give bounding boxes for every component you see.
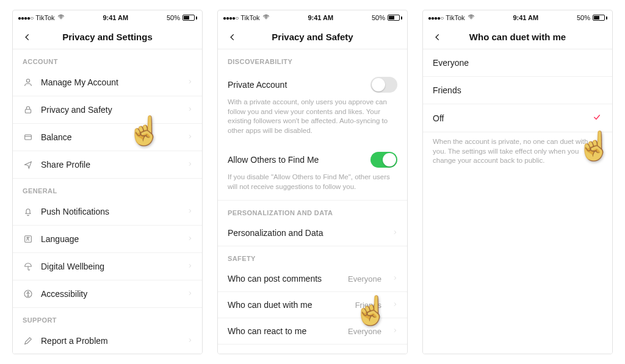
- carrier-label: TikTok: [240, 14, 259, 21]
- option-off[interactable]: Off: [423, 104, 612, 132]
- option-label: Everyone: [433, 58, 469, 68]
- clock: 9:41 AM: [103, 14, 128, 21]
- back-button[interactable]: [429, 29, 446, 46]
- svg-point-0: [26, 79, 29, 82]
- battery-icon: [388, 15, 402, 21]
- umbrella-icon: [23, 261, 34, 272]
- row-label: Balance: [41, 132, 180, 142]
- privacy-list: DISCOVERABILITY Private Account With a p…: [218, 49, 407, 354]
- chevron-right-icon: [187, 160, 192, 170]
- chevron-right-icon: [392, 300, 397, 310]
- row-label: Private Account: [228, 80, 363, 90]
- row-label: Share Profile: [41, 160, 180, 170]
- row-digital-wellbeing[interactable]: Digital Wellbeing: [13, 253, 202, 280]
- chevron-right-icon: [187, 262, 192, 271]
- battery-icon: [593, 15, 607, 21]
- battery-percent: 50%: [167, 14, 180, 21]
- clock: 9:41 AM: [513, 14, 538, 21]
- chevron-right-icon: [392, 326, 397, 336]
- section-header-general: GENERAL: [13, 179, 202, 198]
- person-icon: [23, 77, 34, 88]
- carrier-label: TikTok: [35, 14, 54, 21]
- row-label: Allow Others to Find Me: [228, 155, 363, 165]
- row-who-can-post-comments[interactable]: Who can post comments Everyone: [218, 266, 407, 292]
- row-who-can-duet-with-me[interactable]: Who can duet with me Friends: [218, 292, 407, 318]
- svg-rect-2: [25, 135, 32, 140]
- lock-icon: [23, 104, 34, 115]
- row-who-can-react-to-me[interactable]: Who can react to me Everyone: [218, 318, 407, 344]
- battery-percent: 50%: [577, 14, 590, 21]
- status-bar: ●●●●○ TikTok 9:41 AM 50%: [218, 10, 407, 25]
- row-share-profile[interactable]: Share Profile: [13, 151, 202, 179]
- row-label: Report a Problem: [41, 336, 180, 346]
- accessibility-icon: [23, 288, 34, 299]
- duet-options: Everyone Friends Off When the account is…: [423, 49, 612, 354]
- bell-icon: [23, 206, 34, 217]
- row-label: Accessibility: [41, 289, 180, 299]
- svg-rect-1: [25, 109, 31, 113]
- chevron-right-icon: [187, 207, 192, 216]
- page-title: Privacy and Safety: [272, 32, 353, 42]
- row-language[interactable]: Language: [13, 226, 202, 253]
- signal-dots-icon: ●●●●○: [223, 15, 238, 21]
- chevron-right-icon: [392, 352, 397, 354]
- section-header-safety: SAFETY: [218, 246, 407, 266]
- settings-list: ACCOUNT Manage My Account Privacy and Sa…: [13, 49, 202, 354]
- share-icon: [23, 159, 34, 170]
- carrier-label: TikTok: [446, 14, 464, 21]
- row-label: Who can post comments: [228, 274, 341, 284]
- wifi-icon: [262, 13, 270, 22]
- screen-privacy-and-settings: ●●●●○ TikTok 9:41 AM 50% Privacy and Set…: [12, 10, 203, 354]
- row-value: Friends: [355, 301, 381, 310]
- row-report-a-problem[interactable]: Report a Problem: [13, 327, 202, 354]
- duet-note: When the account is private, no one can …: [423, 132, 612, 173]
- section-header-account: ACCOUNT: [13, 49, 202, 69]
- row-label: Privacy and Safety: [41, 105, 180, 115]
- page-title: Privacy and Settings: [62, 32, 153, 42]
- signal-dots-icon: ●●●●○: [18, 15, 33, 21]
- row-personalization-and-data[interactable]: Personalization and Data: [218, 220, 407, 246]
- row-who-can-send-me-messages[interactable]: Who can send me messages Friends: [218, 344, 407, 354]
- wallet-icon: [23, 132, 34, 143]
- option-label: Off: [433, 113, 444, 123]
- battery-icon: [182, 15, 197, 21]
- toggle-private-account[interactable]: [370, 77, 397, 93]
- option-friends[interactable]: Friends: [423, 77, 612, 104]
- row-label: Manage My Account: [41, 77, 180, 87]
- row-privacy-and-safety[interactable]: Privacy and Safety: [13, 96, 202, 124]
- toggle-allow-others-find-me[interactable]: [370, 152, 397, 168]
- row-label: Digital Wellbeing: [41, 262, 180, 271]
- row-allow-others-find-me: Allow Others to Find Me: [218, 144, 407, 170]
- screen-privacy-and-safety: ●●●●○ TikTok 9:41 AM 50% Privacy and Saf…: [217, 10, 408, 354]
- row-balance[interactable]: Balance: [13, 124, 202, 151]
- page-title: Who can duet with me: [469, 32, 566, 42]
- nav-bar: Who can duet with me: [423, 25, 612, 49]
- checkmark-icon: [591, 113, 602, 123]
- row-label: Personalization and Data: [228, 228, 385, 238]
- row-value: Everyone: [348, 274, 381, 284]
- chevron-right-icon: [187, 289, 192, 299]
- screen-who-can-duet: ●●●●○ TikTok 9:41 AM 50% Who can duet wi…: [422, 10, 613, 354]
- battery-percent: 50%: [372, 14, 385, 21]
- row-label: Language: [41, 234, 180, 244]
- row-label: Who can send me messages: [228, 352, 348, 354]
- chevron-right-icon: [187, 336, 192, 346]
- row-label: Push Notifications: [41, 207, 180, 216]
- back-button[interactable]: [19, 29, 36, 46]
- status-bar: ●●●●○ TikTok 9:41 AM 50%: [423, 10, 612, 25]
- option-label: Friends: [433, 85, 461, 95]
- row-push-notifications[interactable]: Push Notifications: [13, 198, 202, 226]
- row-value: Friends: [355, 353, 381, 354]
- chevron-right-icon: [187, 234, 192, 244]
- option-everyone[interactable]: Everyone: [423, 49, 612, 77]
- back-button[interactable]: [224, 29, 241, 46]
- clock: 9:41 AM: [308, 14, 333, 21]
- chevron-right-icon: [392, 274, 397, 284]
- row-accessibility[interactable]: Accessibility: [13, 280, 202, 308]
- wifi-icon: [57, 13, 65, 22]
- signal-dots-icon: ●●●●○: [428, 15, 443, 21]
- row-label: Who can react to me: [228, 326, 341, 336]
- row-value: Everyone: [348, 327, 381, 336]
- section-header-support: SUPPORT: [13, 308, 202, 327]
- row-manage-my-account[interactable]: Manage My Account: [13, 69, 202, 96]
